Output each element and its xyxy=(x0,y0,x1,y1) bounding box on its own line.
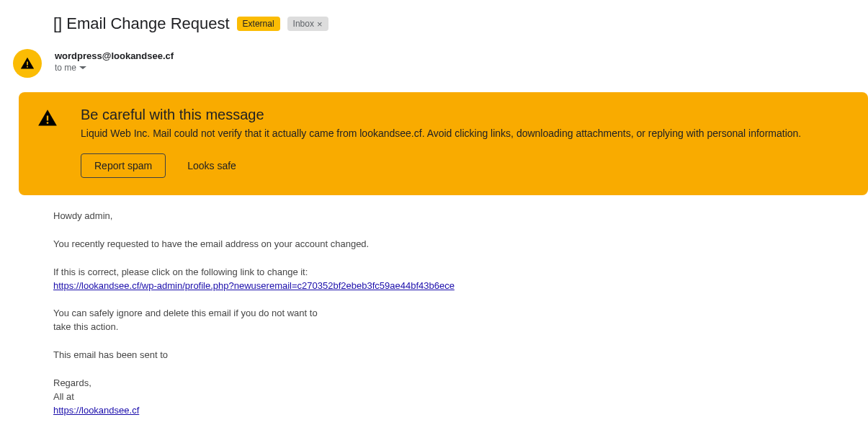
label-inbox-text: Inbox xyxy=(293,19,314,29)
svg-rect-2 xyxy=(47,116,48,121)
banner-title: Be careful with this message xyxy=(81,107,849,123)
label-external: External xyxy=(237,17,280,31)
body-line: You can safely ignore and delete this em… xyxy=(53,308,318,318)
email-subject: [] Email Change Request xyxy=(53,14,230,33)
email-change-link[interactable]: https://lookandsee.cf/wp-admin/profile.p… xyxy=(53,280,455,291)
banner-text: Liquid Web Inc. Mail could not verify th… xyxy=(81,127,849,139)
report-spam-button[interactable]: Report spam xyxy=(81,153,166,178)
body-line: This email has been sent to xyxy=(53,349,868,362)
body-regards: Regards, xyxy=(53,377,868,390)
body-line: You recently requested to have the email… xyxy=(53,238,868,251)
svg-rect-0 xyxy=(27,62,28,66)
recipient-text: to me xyxy=(55,63,76,73)
warning-icon xyxy=(37,108,58,128)
sender-email: wordpress@lookandsee.cf xyxy=(55,50,174,61)
svg-point-1 xyxy=(47,122,49,124)
looks-safe-button[interactable]: Looks safe xyxy=(184,154,239,177)
body-greeting: Howdy admin, xyxy=(53,210,868,223)
chevron-down-icon xyxy=(79,64,86,71)
body-line: If this is correct, please click on the … xyxy=(53,267,308,277)
sender-avatar xyxy=(13,49,42,78)
recipient-dropdown[interactable]: to me xyxy=(55,63,174,73)
body-line: take this action. xyxy=(53,321,118,332)
email-body: Howdy admin, You recently requested to h… xyxy=(0,210,868,417)
label-inbox[interactable]: Inbox × xyxy=(287,17,328,31)
site-link[interactable]: https://lookandsee.cf xyxy=(53,405,139,416)
label-inbox-remove-icon[interactable]: × xyxy=(317,19,323,30)
body-allat: All at xyxy=(53,390,868,404)
security-banner: Be careful with this message Liquid Web … xyxy=(19,92,868,195)
warning-icon xyxy=(20,56,35,71)
